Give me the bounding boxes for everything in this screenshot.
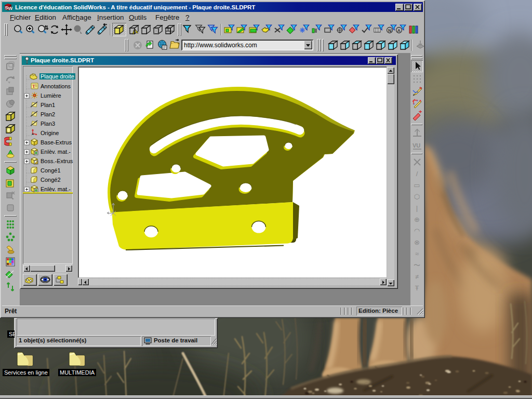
svg-text:W: W — [8, 5, 12, 11]
svg-text:A: A — [397, 28, 401, 33]
svg-text:N: N — [388, 28, 392, 33]
svg-text:VU: VU — [413, 142, 420, 149]
